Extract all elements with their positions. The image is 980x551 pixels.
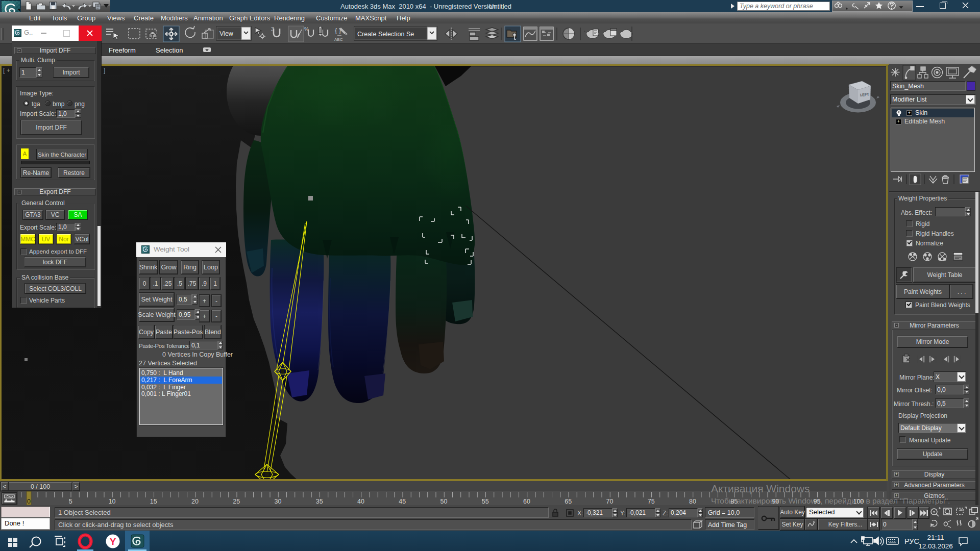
svg-text:ABC: ABC <box>334 37 343 42</box>
svg-text:[ +: [ + <box>3 67 10 74</box>
svg-text:РУС: РУС <box>904 537 919 545</box>
svg-text:60: 60 <box>523 498 530 505</box>
svg-text:35: 35 <box>316 498 323 505</box>
svg-text:25: 25 <box>233 498 240 505</box>
svg-text:Create Selection Se: Create Selection Se <box>357 31 414 38</box>
svg-text:80: 80 <box>689 498 696 505</box>
svg-text:75: 75 <box>648 498 655 505</box>
svg-text:20: 20 <box>191 498 199 505</box>
svg-text:0: 0 <box>27 498 31 505</box>
svg-text:21:11: 21:11 <box>927 534 944 541</box>
svg-text:View: View <box>219 30 234 37</box>
svg-text:{ }: { } <box>335 27 341 34</box>
svg-text:10: 10 <box>109 498 116 505</box>
svg-text:12.03.2026: 12.03.2026 <box>918 542 953 550</box>
svg-text:15: 15 <box>150 498 157 505</box>
svg-text:55: 55 <box>482 498 489 505</box>
svg-text:50: 50 <box>440 498 448 505</box>
svg-text:30: 30 <box>275 498 282 505</box>
svg-text:5: 5 <box>69 498 72 505</box>
svg-text:%: % <box>304 27 309 32</box>
svg-text:65: 65 <box>565 498 572 505</box>
svg-text:]: ] <box>104 67 105 74</box>
svg-text:40: 40 <box>357 498 364 505</box>
svg-text:70: 70 <box>606 498 614 505</box>
svg-text:LEFT: LEFT <box>860 92 870 97</box>
svg-text:Y: Y <box>110 536 116 547</box>
svg-text:45: 45 <box>399 498 406 505</box>
svg-text:3: 3 <box>271 26 274 32</box>
